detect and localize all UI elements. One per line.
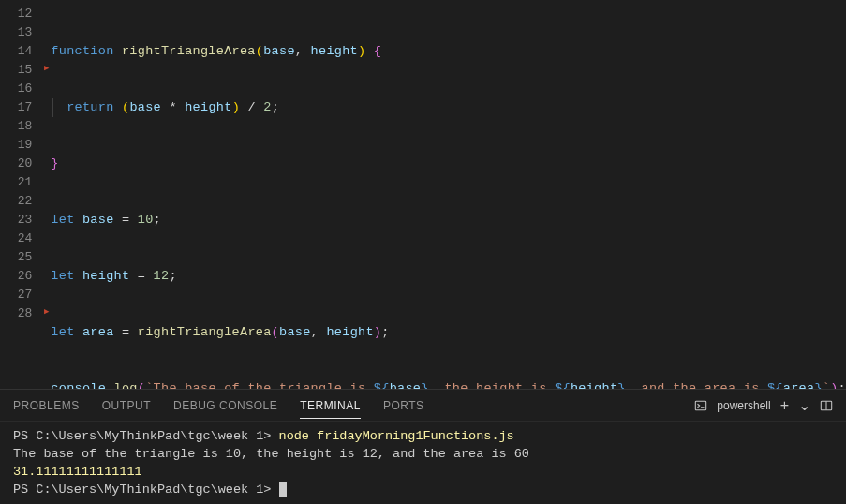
line-number: 13 xyxy=(0,23,32,42)
terminal-line: PS C:\Users\MyThinkPad\tgc\week 1> node … xyxy=(13,427,833,445)
code-line: return (base * height) / 2; xyxy=(51,98,846,117)
line-number: 21 xyxy=(0,173,32,192)
terminal-shell-icon[interactable] xyxy=(694,399,707,412)
fold-arrow-icon[interactable]: ▶ xyxy=(44,303,49,321)
code-line: console.log(`The base of the triangle is… xyxy=(51,379,846,389)
tab-terminal[interactable]: TERMINAL xyxy=(300,399,361,419)
code-line: let base = 10; xyxy=(51,211,846,230)
line-number: 16 xyxy=(0,80,32,98)
code-area[interactable]: function rightTriangleArea(base, height)… xyxy=(51,0,846,389)
tab-output[interactable]: OUTPUT xyxy=(102,399,151,412)
new-terminal-button[interactable]: + xyxy=(780,397,789,414)
terminal-line: The base of the triangle is 10, the heig… xyxy=(13,445,833,463)
terminal-line: 31.11111111111111 xyxy=(13,463,833,481)
line-number: 17 xyxy=(0,98,32,117)
tab-ports[interactable]: PORTS xyxy=(383,399,424,412)
line-number: 14 xyxy=(0,42,32,61)
line-number: 25 xyxy=(0,248,32,267)
svg-rect-0 xyxy=(696,401,706,410)
fold-arrow-icon[interactable]: ▶ xyxy=(44,59,49,78)
terminal-cursor xyxy=(279,482,287,497)
line-number: 28 xyxy=(0,304,32,323)
line-number: 27 xyxy=(0,286,32,304)
code-line: function rightTriangleArea(base, height)… xyxy=(51,42,846,61)
terminal-output[interactable]: PS C:\Users\MyThinkPad\tgc\week 1> node … xyxy=(0,422,846,504)
line-number: 15 xyxy=(0,61,32,80)
tab-problems[interactable]: PROBLEMS xyxy=(13,399,80,412)
line-number: 26 xyxy=(0,267,32,286)
line-number: 22 xyxy=(0,192,32,211)
code-line: } xyxy=(51,155,846,173)
line-number: 18 xyxy=(0,117,32,136)
code-editor[interactable]: 12 13 14 ▶ 15 16 17 18 19 20 21 22 23 24… xyxy=(0,0,846,389)
line-number: 24 xyxy=(0,230,32,248)
bottom-panel: PROBLEMS OUTPUT DEBUG CONSOLE TERMINAL P… xyxy=(0,389,846,504)
terminal-line: PS C:\Users\MyThinkPad\tgc\week 1> xyxy=(13,481,833,498)
code-line: let area = rightTriangleArea(base, heigh… xyxy=(51,323,846,342)
split-terminal-icon[interactable] xyxy=(820,399,833,412)
code-line: let height = 12; xyxy=(51,267,846,286)
line-number-gutter: 12 13 14 ▶ 15 16 17 18 19 20 21 22 23 24… xyxy=(0,0,51,389)
terminal-shell-label[interactable]: powershell xyxy=(717,399,770,412)
panel-actions: powershell + ⌄ xyxy=(694,396,833,414)
line-number: 12 xyxy=(0,5,32,23)
panel-tabs: PROBLEMS OUTPUT DEBUG CONSOLE TERMINAL P… xyxy=(0,390,846,422)
tab-debug-console[interactable]: DEBUG CONSOLE xyxy=(173,399,277,412)
line-number: 20 xyxy=(0,155,32,173)
line-number: 19 xyxy=(0,136,32,155)
terminal-dropdown-icon[interactable]: ⌄ xyxy=(798,396,810,414)
line-number: 23 xyxy=(0,211,32,230)
